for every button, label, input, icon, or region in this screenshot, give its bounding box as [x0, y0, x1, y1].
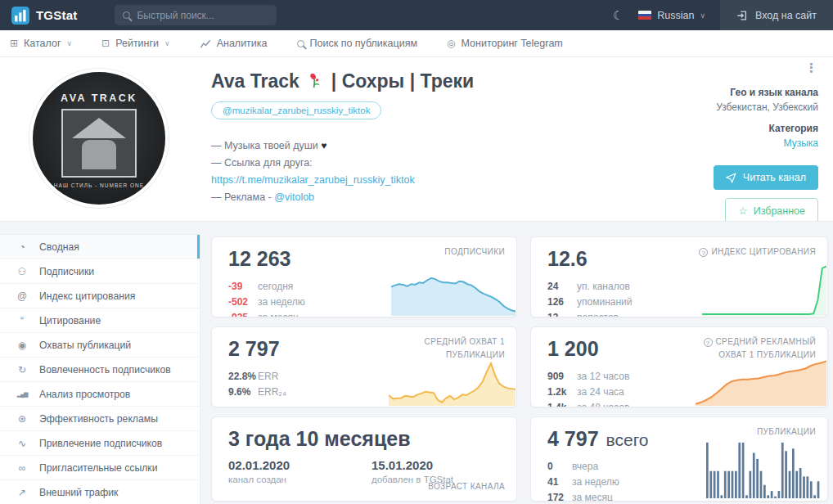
read-channel-button[interactable]: Читать канал: [714, 165, 818, 190]
card-channel-age: ВОЗРАСТ КАНАЛА 3 года 10 месяцев 02.01.2…: [211, 416, 517, 502]
category-value-link[interactable]: Музыка: [714, 137, 818, 149]
nav-search-publications-label: Поиск по публикациям: [310, 38, 418, 49]
main-nav: ⊞ Каталог ∨ ⊡ Рейтинги ∨ Аналитика Поиск…: [0, 30, 833, 57]
language-label: Russian: [657, 10, 694, 21]
bar-chart-icon: ▂▄▆: [15, 391, 29, 397]
read-channel-label: Читать канал: [743, 172, 806, 183]
link-chain-icon: ∞: [15, 463, 29, 473]
person-silhouette: [82, 140, 116, 169]
sidebar-item-subscribers[interactable]: ⚇ Подписчики: [0, 259, 200, 284]
info-icon: ?: [699, 248, 708, 257]
created-date-block: 02.01.2020 канал создан: [228, 458, 290, 484]
catalog-grid-icon: ⊞: [10, 38, 18, 48]
sidebar-item-engagement[interactable]: ↻ Вовлеченность подписчиков: [0, 358, 200, 382]
category-label: Категория: [714, 123, 818, 134]
channel-username-pill[interactable]: @muzikalar_zarubej_russkiy_tiktok: [211, 101, 381, 119]
logo-text: TGStat: [36, 8, 77, 22]
topbar: TGStat ☾ Russian ∨ Вход на сайт: [0, 0, 833, 30]
channel-title: Ava Track | Сохры | Треки: [211, 70, 474, 92]
subscribers-stats: -39сегодня -502за неделю -935за месяц: [228, 279, 305, 317]
login-label: Вход на сайт: [755, 10, 817, 21]
nav-monitoring-label: Мониторинг Telegram: [462, 38, 563, 49]
citation-index-value: 12.6: [547, 247, 588, 271]
citation-sparkline: [702, 262, 826, 316]
description-line-2: — Ссылка для друга:: [211, 155, 474, 172]
users-icon: ⚇: [15, 267, 29, 277]
growth-curve-icon: ∿: [15, 439, 29, 448]
avg-reach-stats: 22.8%ERR 9.6%ERR₂₄: [228, 369, 286, 400]
sidebar-item-citation-index[interactable]: @ Индекс цитирования: [0, 284, 200, 308]
avg-reach-value: 2 797: [228, 337, 280, 361]
language-selector[interactable]: Russian ∨: [638, 10, 720, 21]
nav-analytics[interactable]: Аналитика: [200, 38, 268, 49]
ad-effectiveness-icon: ⊛: [15, 414, 29, 424]
sidebar-item-views-analysis[interactable]: ▂▄▆ Анализ просмотров: [0, 382, 200, 407]
channel-title-suffix: | Сохры | Треки: [331, 70, 474, 92]
channel-header: AVA TRACK НАШ СТИЛЬ - NUMBER ONE Ava Tra…: [0, 57, 833, 221]
created-date-label: канал создан: [228, 475, 290, 484]
tgstat-logo[interactable]: TGStat: [11, 7, 77, 25]
avatar-top-text: AVA TRACK: [33, 92, 165, 104]
ad-reach-value: 1 200: [547, 337, 599, 361]
description-line-3: — Реклама - @vitolob: [211, 189, 474, 206]
geo-value: Узбекистан, Узбекский: [714, 101, 818, 113]
created-date: 02.01.2020: [228, 458, 290, 472]
conical-hat-shape: [72, 118, 126, 138]
dark-mode-moon-icon[interactable]: ☾: [598, 8, 638, 23]
description-line-1: — Музыка твоей души ♥: [211, 137, 474, 155]
star-icon: ☆: [738, 205, 747, 217]
subscribers-value: 12 263: [228, 247, 290, 271]
favorites-label: Избранное: [754, 205, 805, 217]
ad-reach-stats: 909за 12 часов 1.2kза 24 часа 1.4kза 48 …: [547, 369, 629, 407]
channel-avatar: AVA TRACK НАШ СТИЛЬ - NUMBER ONE: [29, 69, 169, 208]
avatar-photo-frame: [61, 109, 137, 178]
more-options-dots-icon[interactable]: ⋮: [805, 61, 818, 75]
added-date-block: 15.01.2020 добавлен в TGStat: [371, 458, 453, 484]
chevron-down-icon: ∨: [67, 39, 73, 47]
gauge-icon: ◔: [15, 242, 29, 252]
ad-contact-link[interactable]: @vitolob: [274, 191, 314, 203]
sidebar-item-subscriber-acquisition[interactable]: ∿ Привлечение подписчиков: [0, 431, 200, 456]
nav-ratings[interactable]: ⊡ Рейтинги ∨: [101, 38, 170, 49]
chevron-down-icon: ∨: [700, 11, 705, 20]
card-avg-reach: СРЕДНИЙ ОХВАТ 1 ПУБЛИКАЦИИ 2 797 22.8%ER…: [211, 326, 517, 407]
publications-stats: 0вчера 41за неделю 172за месяц: [547, 459, 619, 502]
channel-invite-link[interactable]: https://t.me/muzikalar_zarubej_russkiy_t…: [211, 174, 415, 186]
favorites-button[interactable]: ☆ Избранное: [725, 198, 818, 223]
sidebar-item-invite-links[interactable]: ∞ Пригласительные ссылки: [0, 456, 200, 480]
sidebar-item-external-traffic[interactable]: ↗ Внешний трафик: [0, 480, 200, 504]
avatar-bottom-text: НАШ СТИЛЬ - NUMBER ONE: [33, 182, 165, 188]
card-citation-label: ?ИНДЕКС ЦИТИРОВАНИЯ: [699, 245, 816, 259]
nav-monitoring[interactable]: ◎ Мониторинг Telegram: [447, 38, 563, 49]
engagement-loop-icon: ↻: [15, 365, 29, 375]
sidebar-item-summary[interactable]: ◔ Сводная: [0, 235, 200, 259]
quick-search: [115, 5, 277, 25]
sidebar-item-citation[interactable]: “ Цитирование: [0, 308, 200, 333]
nav-ratings-label: Рейтинги: [115, 38, 159, 49]
publications-bar-chart: [706, 438, 821, 498]
card-publications: ПУБЛИКАЦИИ 4 797 всего 0вчера 41за недел…: [530, 416, 828, 502]
avg-reach-sparkline: [389, 347, 516, 406]
nav-catalog[interactable]: ⊞ Каталог ∨: [10, 38, 72, 49]
subscribers-sparkline: [391, 260, 516, 316]
black-heart-icon: ♥: [321, 140, 326, 151]
added-date: 15.01.2020: [371, 458, 453, 472]
chevron-down-icon: ∨: [164, 39, 170, 47]
card-citation-index: ?ИНДЕКС ЦИТИРОВАНИЯ 12.6 24уп. каналов 1…: [530, 236, 828, 317]
login-button[interactable]: Вход на сайт: [720, 0, 833, 30]
telegram-icon: [726, 173, 736, 183]
search-icon: [123, 11, 130, 19]
nav-search-publications[interactable]: Поиск по публикациям: [297, 38, 418, 49]
card-subscribers: ПОДПИСЧИКИ 12 263 -39сегодня -502за неде…: [211, 236, 517, 317]
channel-meta: Гео и язык канала Узбекистан, Узбекский …: [714, 77, 818, 223]
russian-flag-icon: [638, 11, 651, 20]
search-input[interactable]: [137, 10, 259, 21]
search-icon: [297, 40, 304, 47]
publications-value: 4 797 всего: [547, 427, 649, 451]
card-subscribers-label: ПОДПИСЧИКИ: [444, 245, 505, 259]
sidebar-item-ad-effectiveness[interactable]: ⊛ Эффективность рекламы: [0, 407, 200, 431]
sidebar-item-post-reach[interactable]: ◉ Охваты публикаций: [0, 333, 200, 358]
ratings-icon: ⊡: [101, 38, 110, 48]
added-date-label: добавлен в TGStat: [371, 475, 453, 484]
channel-description: — Музыка твоей души ♥ — Ссылка для друга…: [211, 137, 474, 206]
